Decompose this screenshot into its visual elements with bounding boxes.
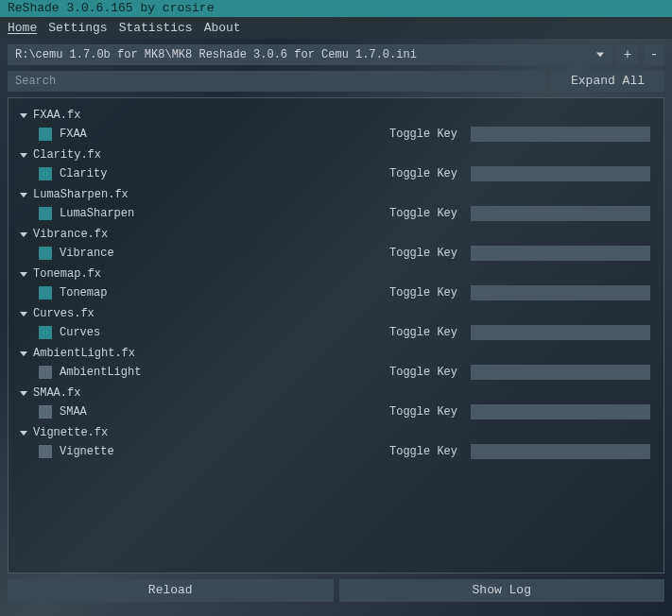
preset-row: R:\cemu 1.7.0b for MK8\MK8 Reshade 3.0.6… xyxy=(8,44,664,65)
effect-row: AmbientLightToggle Key xyxy=(14,363,658,382)
group-header[interactable]: Tonemap.fx xyxy=(14,265,658,283)
effect-group: LumaSharpen.fxLumaSharpenToggle Key xyxy=(14,185,658,223)
effect-name: Vignette xyxy=(60,445,192,458)
group-header[interactable]: LumaSharpen.fx xyxy=(14,185,658,204)
effect-row: SMAAToggle Key xyxy=(14,402,658,421)
effect-row: CurvesToggle Key xyxy=(14,323,658,342)
group-name: Clarity.fx xyxy=(33,148,101,162)
effect-name: SMAA xyxy=(60,405,192,419)
toggle-key-input[interactable] xyxy=(471,404,650,419)
effect-group: SMAA.fxSMAAToggle Key xyxy=(14,384,658,421)
effects-panel: FXAA.fxFXAAToggle KeyClarity.fxClarityTo… xyxy=(8,97,664,573)
main-area: R:\cemu 1.7.0b for MK8\MK8 Reshade 3.0.6… xyxy=(0,39,672,607)
group-name: Tonemap.fx xyxy=(33,267,101,281)
effect-group: Vibrance.fxVibranceToggle Key xyxy=(14,225,658,263)
bottom-row: Reload Show Log xyxy=(8,579,664,602)
group-header[interactable]: AmbientLight.fx xyxy=(14,344,658,363)
effect-row: LumaSharpenToggle Key xyxy=(14,204,658,223)
preset-path: R:\cemu 1.7.0b for MK8\MK8 Reshade 3.0.6… xyxy=(15,48,417,61)
chevron-down-icon xyxy=(20,391,27,396)
effect-name: Vibrance xyxy=(60,247,192,260)
chevron-down-icon xyxy=(20,431,27,436)
group-name: AmbientLight.fx xyxy=(33,347,135,360)
effect-checkbox[interactable] xyxy=(39,286,52,299)
menu-statistics[interactable]: Statistics xyxy=(119,21,193,35)
toggle-key-input[interactable] xyxy=(471,166,650,181)
effect-checkbox[interactable] xyxy=(39,405,52,419)
group-header[interactable]: SMAA.fx xyxy=(14,384,658,402)
menu-home[interactable]: Home xyxy=(8,21,37,35)
effect-checkbox[interactable] xyxy=(39,445,52,458)
effect-name: Tonemap xyxy=(60,286,192,299)
remove-preset-button[interactable]: - xyxy=(644,44,664,65)
menu-settings[interactable]: Settings xyxy=(48,21,107,35)
show-log-button[interactable]: Show Log xyxy=(339,579,665,602)
group-header[interactable]: Clarity.fx xyxy=(14,145,658,164)
effect-group: Curves.fxCurvesToggle Key xyxy=(14,304,658,342)
toggle-key-label: Toggle Key xyxy=(389,128,457,141)
group-name: SMAA.fx xyxy=(33,386,80,400)
menu-bar: HomeSettingsStatisticsAbout xyxy=(0,17,672,39)
toggle-key-input[interactable] xyxy=(471,246,650,261)
effect-group: FXAA.fxFXAAToggle Key xyxy=(14,106,658,144)
effect-group: Clarity.fxClarityToggle Key xyxy=(14,145,658,183)
effect-checkbox[interactable] xyxy=(39,207,52,220)
chevron-down-icon xyxy=(20,113,27,118)
toggle-key-input[interactable] xyxy=(471,365,650,380)
search-row: Expand All xyxy=(8,71,664,92)
chevron-down-icon xyxy=(20,232,27,237)
effect-row: TonemapToggle Key xyxy=(14,283,658,302)
effect-checkbox[interactable] xyxy=(39,326,52,339)
toggle-key-label: Toggle Key xyxy=(389,405,457,419)
add-preset-button[interactable]: + xyxy=(617,44,638,65)
effect-checkbox[interactable] xyxy=(39,167,52,180)
effect-group: Tonemap.fxTonemapToggle Key xyxy=(14,265,658,302)
effect-checkbox[interactable] xyxy=(39,128,52,141)
search-input[interactable] xyxy=(8,71,545,92)
effect-row: VignetteToggle Key xyxy=(14,442,658,461)
chevron-down-icon xyxy=(20,193,27,197)
effect-row: ClarityToggle Key xyxy=(14,164,658,183)
chevron-down-icon xyxy=(596,53,604,58)
effect-name: Curves xyxy=(60,326,192,339)
toggle-key-input[interactable] xyxy=(471,206,650,221)
effect-group: AmbientLight.fxAmbientLightToggle Key xyxy=(14,344,658,382)
toggle-key-label: Toggle Key xyxy=(389,326,457,339)
chevron-down-icon xyxy=(20,312,27,317)
preset-dropdown[interactable]: R:\cemu 1.7.0b for MK8\MK8 Reshade 3.0.6… xyxy=(8,44,612,65)
effect-row: VibranceToggle Key xyxy=(14,244,658,263)
effect-name: FXAA xyxy=(60,128,192,141)
window-title: ReShade 3.0.6.165 by crosire xyxy=(8,1,214,15)
chevron-down-icon xyxy=(20,351,27,356)
group-header[interactable]: Vibrance.fx xyxy=(14,225,658,244)
effect-checkbox[interactable] xyxy=(39,366,52,379)
effect-row: FXAAToggle Key xyxy=(14,125,658,144)
toggle-key-label: Toggle Key xyxy=(389,445,457,458)
toggle-key-label: Toggle Key xyxy=(389,207,457,220)
toggle-key-input[interactable] xyxy=(471,285,650,300)
chevron-down-icon xyxy=(20,153,27,158)
expand-all-button[interactable]: Expand All xyxy=(551,71,664,92)
toggle-key-input[interactable] xyxy=(471,325,650,340)
effect-name: Clarity xyxy=(60,167,192,180)
toggle-key-input[interactable] xyxy=(471,444,650,459)
effect-checkbox[interactable] xyxy=(39,247,52,260)
group-header[interactable]: Vignette.fx xyxy=(14,423,658,442)
group-header[interactable]: Curves.fx xyxy=(14,304,658,323)
group-name: Vibrance.fx xyxy=(33,228,108,241)
toggle-key-input[interactable] xyxy=(471,127,650,142)
menu-about[interactable]: About xyxy=(204,21,241,35)
toggle-key-label: Toggle Key xyxy=(389,167,457,180)
toggle-key-label: Toggle Key xyxy=(389,247,457,260)
reload-button[interactable]: Reload xyxy=(8,579,334,602)
chevron-down-icon xyxy=(20,272,27,277)
effect-group: Vignette.fxVignetteToggle Key xyxy=(14,423,658,461)
group-name: FXAA.fx xyxy=(33,109,80,122)
effect-name: LumaSharpen xyxy=(60,207,192,220)
toggle-key-label: Toggle Key xyxy=(389,366,457,379)
window-title-bar: ReShade 3.0.6.165 by crosire xyxy=(0,0,672,17)
group-name: Curves.fx xyxy=(33,307,95,320)
group-header[interactable]: FXAA.fx xyxy=(14,106,658,125)
effect-name: AmbientLight xyxy=(60,366,192,379)
group-name: LumaSharpen.fx xyxy=(33,188,129,201)
